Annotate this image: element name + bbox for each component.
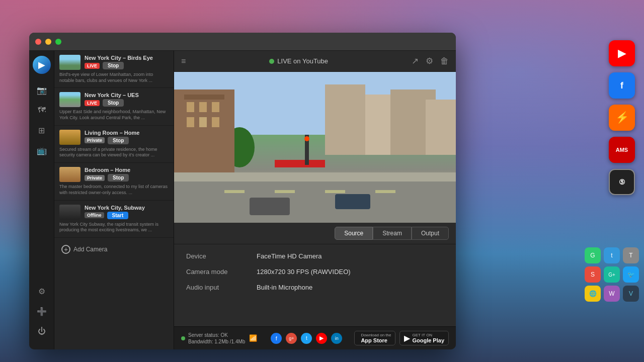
app-store-title: App Store <box>361 337 391 343</box>
live-indicator: LIVE on YouTube <box>191 57 407 65</box>
mini-icon-2[interactable]: t <box>604 247 620 263</box>
camera-status-row-4: Private Stop <box>85 174 169 182</box>
social-facebook[interactable]: f <box>271 333 282 344</box>
social-googleplus[interactable]: g+ <box>286 333 297 344</box>
app-store-badge[interactable]: Download on the App Store <box>354 331 395 345</box>
settings-panel: Device FaceTime HD Camera Camera mode 12… <box>174 244 456 326</box>
camera-desc-1: Bird's-eye view of Lower Manhattan, zoom… <box>59 72 169 83</box>
svg-rect-11 <box>199 102 207 112</box>
nav-add[interactable]: ➕ <box>33 302 51 320</box>
tabs-row: Source Stream Output <box>174 223 456 244</box>
camera-thumb-living <box>59 130 80 145</box>
setting-row-audio: Audio input Built-in Microphone <box>186 284 444 291</box>
camera-name-3: Living Room – Home <box>85 130 169 136</box>
device-label: Device <box>186 252 252 260</box>
mini-icon-1[interactable]: G <box>585 247 601 263</box>
camera-desc-5: New York City Subway, the rapid transit … <box>59 222 169 233</box>
tab-output[interactable]: Output <box>412 227 449 240</box>
camera-mode-value: 644x362 30 FPS (RAWVIDEO) <box>257 268 351 276</box>
device-value: FaceTime HD Camera <box>257 252 322 260</box>
mini-icon-3[interactable]: T <box>623 247 639 263</box>
stop-button-4[interactable]: Stop <box>108 174 129 182</box>
top-bar-actions: ↗ ⚙ 🗑 <box>412 56 449 66</box>
delete-icon[interactable]: 🗑 <box>440 56 449 66</box>
lightning-app-icon[interactable]: ⚡ <box>609 105 635 131</box>
status-badge-3: Private <box>85 137 105 143</box>
status-text: Server status: OK Bandwidth: 1.2Mb /1.4M… <box>188 332 245 345</box>
mini-icon-5[interactable]: G+ <box>604 266 620 283</box>
camera-thumb-nyc-birds-eye <box>59 55 80 70</box>
stop-button-1[interactable]: Stop <box>103 62 124 69</box>
app-logo[interactable]: ▶ <box>33 56 51 74</box>
nav-map[interactable]: 🗺 <box>33 101 51 119</box>
add-camera-button[interactable]: + Add Camera <box>54 240 174 259</box>
bandwidth-icon: 📶 <box>249 334 257 342</box>
svg-rect-23 <box>174 172 456 182</box>
camera-item-subway[interactable]: New York City, Subway Offline Start New … <box>54 201 174 238</box>
camera-item-living-room[interactable]: Living Room – Home Private Stop Secured … <box>54 126 174 163</box>
store-badges: Download on the App Store ▶ GET IT ON Go… <box>354 331 449 345</box>
share-icon[interactable]: ↗ <box>412 56 419 66</box>
adobe-app-icon[interactable]: AMS <box>609 137 635 163</box>
maximize-button[interactable] <box>55 39 61 45</box>
stop-button-2[interactable]: Stop <box>103 99 124 107</box>
social-youtube[interactable]: ▶ <box>316 333 327 344</box>
mini-icon-6[interactable]: 🐦 <box>623 266 639 283</box>
mini-icon-4[interactable]: S <box>585 266 601 283</box>
street-scene-svg <box>174 72 456 223</box>
nav-settings[interactable]: ⚙ <box>33 282 51 300</box>
camera-desc-3: Secured stream of a private residence, t… <box>59 147 169 158</box>
google-play-badge[interactable]: ▶ GET IT ON Google Play <box>399 331 449 345</box>
stop-button-3[interactable]: Stop <box>108 137 129 144</box>
mini-icon-9[interactable]: V <box>623 286 639 302</box>
svg-rect-15 <box>212 117 219 127</box>
nav-cameras[interactable]: 📷 <box>33 81 51 99</box>
camera-thumb-nyc-ues <box>59 92 80 107</box>
menu-icon[interactable]: ≡ <box>181 57 186 66</box>
status-badge-2: LIVE <box>85 100 100 106</box>
youtube-app-icon[interactable]: ▶ <box>609 40 635 66</box>
live-status-text: LIVE on YouTube <box>277 57 328 65</box>
mini-icons-row-3: 🌐 W V <box>585 286 639 302</box>
facebook-app-icon[interactable]: f <box>609 72 635 99</box>
nav-grid[interactable]: ⊞ <box>33 121 51 139</box>
target5-app-icon[interactable]: ⑤ <box>609 169 635 195</box>
audio-input-value: Built-in Microphone <box>257 284 312 291</box>
mini-icon-7[interactable]: 🌐 <box>585 286 601 302</box>
svg-rect-17 <box>224 190 245 193</box>
left-nav: ▶ 📷 🗺 ⊞ 📺 ⚙ ➕ ⏻ <box>29 51 54 349</box>
svg-rect-19 <box>325 190 345 193</box>
tab-source[interactable]: Source <box>335 227 373 240</box>
camera-item-header-5: New York City, Subway Offline Start <box>59 205 169 220</box>
start-button-5[interactable]: Start <box>107 212 129 219</box>
camera-item-nyc-ues[interactable]: New York City – UES LIVE Stop Upper East… <box>54 88 174 125</box>
camera-info-1: New York City – Birds Eye LIVE Stop <box>85 55 169 69</box>
svg-rect-18 <box>275 190 295 193</box>
social-linkedin[interactable]: in <box>331 333 342 344</box>
nav-monitor[interactable]: 📺 <box>33 141 51 159</box>
camera-status-row-5: Offline Start <box>85 212 169 219</box>
camera-status-row-1: LIVE Stop <box>85 62 169 69</box>
camera-item-bedroom[interactable]: Bedroom – Home Private Stop The master b… <box>54 163 174 200</box>
social-twitter[interactable]: t <box>301 333 312 344</box>
settings-icon[interactable]: ⚙ <box>426 56 433 66</box>
audio-input-label: Audio input <box>186 284 252 291</box>
tab-stream[interactable]: Stream <box>373 227 412 240</box>
camera-list: New York City – Birds Eye LIVE Stop Bird… <box>54 51 174 349</box>
google-play-title: Google Play <box>412 337 444 343</box>
google-play-badge-text: GET IT ON Google Play <box>412 333 444 343</box>
nav-power[interactable]: ⏻ <box>33 322 51 340</box>
main-content: ≡ LIVE on YouTube ↗ ⚙ 🗑 <box>174 51 456 349</box>
camera-item-nyc-birds-eye[interactable]: New York City – Birds Eye LIVE Stop Bird… <box>54 51 174 88</box>
svg-rect-12 <box>212 102 219 112</box>
video-preview <box>174 72 456 223</box>
mini-icon-8[interactable]: W <box>604 286 620 302</box>
add-circle-icon: + <box>61 245 70 254</box>
close-button[interactable] <box>35 39 41 45</box>
camera-item-header-2: New York City – UES LIVE Stop <box>59 92 169 107</box>
minimize-button[interactable] <box>45 39 51 45</box>
camera-desc-2: Upper East Side and neighborhood, Manhat… <box>59 109 169 121</box>
mini-icons-row-1: G t T <box>585 247 639 263</box>
svg-rect-13 <box>187 117 194 127</box>
camera-info-4: Bedroom – Home Private Stop <box>85 167 169 182</box>
